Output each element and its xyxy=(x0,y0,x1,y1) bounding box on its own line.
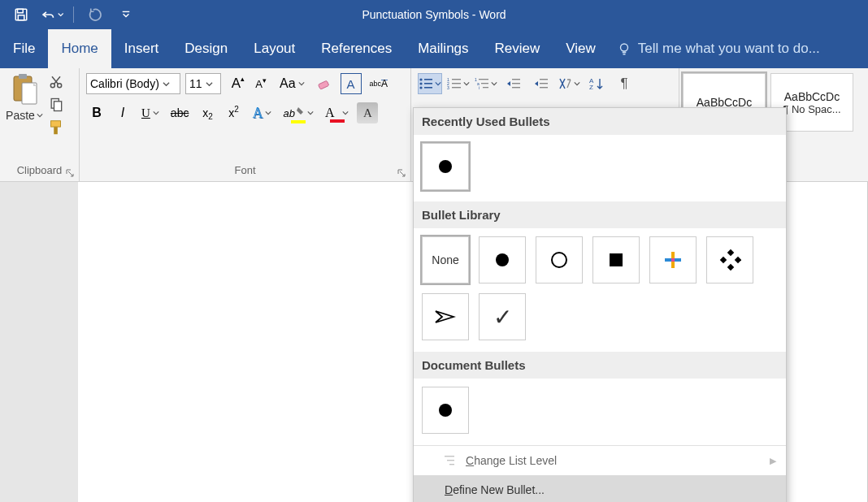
tab-references[interactable]: References xyxy=(308,29,405,68)
svg-rect-12 xyxy=(51,121,61,127)
svg-rect-26 xyxy=(452,87,461,88)
tab-file[interactable]: File xyxy=(0,29,48,68)
chevron-right-icon: ▶ xyxy=(770,456,776,466)
svg-rect-38 xyxy=(540,87,548,88)
text-effects-button[interactable]: A xyxy=(249,102,275,123)
qat-customize-icon[interactable] xyxy=(115,3,137,26)
bullet-none[interactable]: None xyxy=(422,236,469,283)
numbering-icon: 1 2 3 xyxy=(447,77,462,90)
svg-point-15 xyxy=(419,78,422,80)
save-icon[interactable] xyxy=(10,3,33,26)
svg-rect-32 xyxy=(483,87,488,88)
clipboard-icon xyxy=(11,73,38,106)
svg-point-4 xyxy=(620,44,627,51)
svg-rect-50 xyxy=(449,464,454,465)
svg-point-19 xyxy=(419,86,422,89)
chevron-down-icon xyxy=(298,80,305,87)
recent-bullets-header: Recently Used Bullets xyxy=(414,108,786,135)
chevron-down-icon xyxy=(265,110,271,116)
tab-review[interactable]: Review xyxy=(482,29,553,68)
svg-rect-46 xyxy=(720,257,727,263)
cut-icon[interactable] xyxy=(47,73,65,91)
font-color-button[interactable]: A xyxy=(322,102,353,123)
asian-layout-icon xyxy=(558,77,572,90)
tab-mailings[interactable]: Mailings xyxy=(405,29,481,68)
numbering-button[interactable]: 1 2 3 xyxy=(447,73,470,94)
subscript-button[interactable]: x2 xyxy=(197,102,218,123)
multilevel-list-button[interactable]: 1 a i xyxy=(475,73,497,94)
ribbon-tabs: File Home Insert Design Layout Reference… xyxy=(0,29,868,68)
bullets-button[interactable] xyxy=(418,73,442,94)
bullet-circle[interactable] xyxy=(536,236,583,283)
chevron-down-icon xyxy=(435,80,441,87)
indent-icon xyxy=(534,77,549,90)
phonetic-guide-button[interactable]: abcA xyxy=(367,73,392,94)
redo-icon[interactable] xyxy=(84,3,106,26)
sort-button[interactable]: AZ xyxy=(585,73,608,94)
font-size-combo[interactable]: 11 xyxy=(185,73,221,94)
change-list-level-item: CChange List Levelhange List Level ▶ xyxy=(414,446,786,475)
format-painter-icon[interactable] xyxy=(47,119,65,136)
svg-rect-22 xyxy=(452,79,461,80)
highlight-button[interactable]: ab xyxy=(280,102,316,123)
character-border-button[interactable]: A xyxy=(341,73,362,94)
bullet-arrowhead[interactable] xyxy=(422,293,469,340)
asian-layout-button[interactable] xyxy=(558,73,580,94)
tell-me-placeholder: Tell me what you want to do... xyxy=(638,41,820,57)
paste-button[interactable]: Paste xyxy=(3,71,46,162)
svg-rect-13 xyxy=(54,127,58,134)
chevron-down-icon xyxy=(58,11,63,18)
svg-rect-16 xyxy=(424,79,432,80)
svg-rect-43 xyxy=(671,258,675,262)
tab-home[interactable]: Home xyxy=(48,29,111,68)
underline-button[interactable]: U xyxy=(138,102,163,123)
svg-rect-18 xyxy=(424,83,432,84)
chevron-down-icon xyxy=(574,80,580,87)
show-marks-button[interactable]: ¶ xyxy=(613,73,636,94)
bullet-four-color-plus[interactable] xyxy=(649,236,697,283)
clear-formatting-button[interactable] xyxy=(313,73,336,94)
svg-rect-1 xyxy=(18,9,24,13)
bullet-four-diamond[interactable] xyxy=(706,236,753,283)
svg-rect-6 xyxy=(19,74,27,79)
copy-icon[interactable] xyxy=(47,96,65,114)
change-case-button[interactable]: Aa xyxy=(276,73,308,94)
grow-font-button[interactable]: A▴ xyxy=(228,73,249,94)
increase-indent-button[interactable] xyxy=(530,73,553,94)
decrease-indent-button[interactable] xyxy=(502,73,525,94)
dialog-launcher-icon[interactable] xyxy=(397,165,406,183)
svg-rect-44 xyxy=(727,249,734,256)
tab-layout[interactable]: Layout xyxy=(241,29,308,68)
dialog-launcher-icon[interactable] xyxy=(66,165,74,183)
shrink-font-button[interactable]: A▾ xyxy=(250,73,271,94)
strikethrough-button[interactable]: abc xyxy=(167,102,193,123)
font-name-combo[interactable]: Calibri (Body) xyxy=(86,73,180,94)
bullet-document-disc[interactable] xyxy=(422,387,469,434)
bullet-disc[interactable] xyxy=(479,236,526,283)
tab-design[interactable]: Design xyxy=(171,29,241,68)
bullet-square[interactable] xyxy=(592,236,640,283)
svg-text:3: 3 xyxy=(447,85,449,90)
tab-view[interactable]: View xyxy=(553,29,609,68)
bold-button[interactable]: B xyxy=(86,102,107,123)
lightbulb-icon xyxy=(617,41,631,56)
paste-label: Paste xyxy=(6,109,35,122)
sort-icon: AZ xyxy=(589,77,604,90)
character-shading-button[interactable]: A xyxy=(357,102,378,123)
svg-point-17 xyxy=(419,82,422,84)
superscript-button[interactable]: x2 xyxy=(223,102,244,123)
undo-icon[interactable] xyxy=(41,3,63,26)
italic-button[interactable]: I xyxy=(112,102,133,123)
bullet-checkmark[interactable]: ✓ xyxy=(479,293,526,340)
eraser-icon xyxy=(316,76,332,92)
chevron-down-icon xyxy=(307,110,314,116)
tab-insert[interactable]: Insert xyxy=(111,29,172,68)
define-new-bullet-item[interactable]: Define New Bullet... Define New Bullet..… xyxy=(414,475,786,502)
svg-rect-47 xyxy=(735,257,741,263)
left-gutter xyxy=(0,182,78,502)
bullet-recent-disc[interactable] xyxy=(422,143,469,190)
outdent-icon xyxy=(506,77,521,90)
svg-rect-20 xyxy=(424,87,432,89)
tell-me-search[interactable]: Tell me what you want to do... xyxy=(609,29,828,68)
chevron-down-icon xyxy=(37,112,43,119)
